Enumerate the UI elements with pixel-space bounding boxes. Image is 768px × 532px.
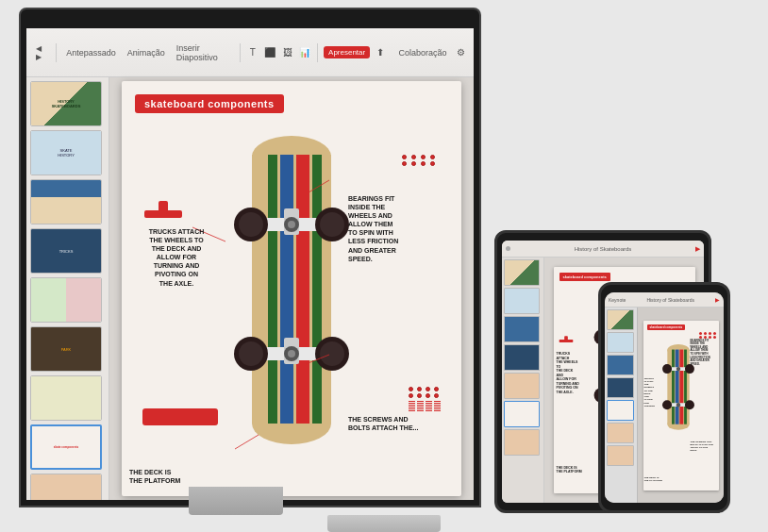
svg-rect-8 <box>312 155 322 424</box>
svg-rect-7 <box>296 155 309 424</box>
slide-1-preview: HISTORYSKATEBOARDS <box>31 82 101 125</box>
keynote-toolbar: ◀ ▶ Antepassado Animação Inserir Diaposi… <box>26 28 474 77</box>
svg-rect-5 <box>268 155 277 424</box>
bearing-dot-4 <box>430 155 435 159</box>
phone-thumb-6[interactable] <box>607 423 634 443</box>
present-btn[interactable]: Apresentar <box>324 46 370 58</box>
antepassado-btn[interactable]: Antepassado <box>62 46 120 59</box>
text-icon[interactable]: T <box>246 44 259 61</box>
colaboracao-btn[interactable]: Colaboração <box>395 46 451 59</box>
svg-point-22 <box>320 341 344 366</box>
slide-thumb-9[interactable] <box>30 474 102 500</box>
phone-label-deck: THE DECK ISTHE PLATFORM <box>644 476 663 483</box>
phone-toolbar: Keynote History of Skateboards ▶ <box>605 292 724 308</box>
toolbar-divider-2 <box>240 43 241 62</box>
slide-canvas: skateboard components <box>122 81 461 496</box>
bearing-dots <box>402 155 438 166</box>
monitor-screen: ◀ ▶ Antepassado Animação Inserir Diaposi… <box>26 28 474 500</box>
svg-rect-45 <box>564 336 568 341</box>
tablet-thumb-4[interactable] <box>504 344 540 371</box>
tablet-thumb-3[interactable] <box>504 316 540 342</box>
chart-icon[interactable]: 📊 <box>298 44 311 61</box>
phone-app-title: Keynote <box>609 297 626 303</box>
media-icon[interactable]: 🖼 <box>280 44 293 61</box>
phone-thumb-active[interactable] <box>607 400 634 421</box>
toolbar-divider-1 <box>56 43 57 62</box>
phone-slides-panel[interactable] <box>605 308 638 503</box>
main-slide-area[interactable]: skateboard components <box>109 77 474 500</box>
phone-thumb-4[interactable] <box>607 377 634 398</box>
slide-title-badge: skateboard components <box>135 94 284 113</box>
tablet-thumb-1[interactable] <box>504 259 540 286</box>
slide-thumb-1[interactable]: HISTORYSKATEBOARDS <box>30 81 102 126</box>
share-icon[interactable]: ⬆ <box>374 44 387 61</box>
monitor: ◀ ▶ Antepassado Animação Inserir Diaposi… <box>19 8 481 507</box>
screw-dot-8 <box>434 393 439 398</box>
svg-point-58 <box>662 400 672 409</box>
slides-panel[interactable]: HISTORYSKATEBOARDS SKATEHISTORY TRICKS <box>26 77 109 500</box>
slide-4-preview: TRICKS <box>31 229 101 273</box>
tablet-thumb-2[interactable] <box>504 288 540 314</box>
slide-thumb-5[interactable] <box>30 277 102 323</box>
mac-base <box>327 515 441 532</box>
tablet-slide-title: skateboard components <box>559 273 610 281</box>
screw-dot-5 <box>409 393 413 398</box>
bearing-dot-2 <box>411 155 416 159</box>
svg-point-54 <box>662 364 672 374</box>
animacao-btn[interactable]: Animação <box>124 46 169 59</box>
svg-rect-52 <box>684 349 687 424</box>
bearing-dot-7 <box>421 161 426 166</box>
format-icon[interactable]: ⚙ <box>455 44 468 61</box>
label-screws: THE SCREWS ANDBOLTS ATTACH THE... <box>348 415 452 432</box>
svg-point-12 <box>239 212 263 237</box>
svg-point-16 <box>288 221 295 228</box>
phone-thumb-1[interactable] <box>607 309 634 330</box>
mac-stand <box>189 487 283 515</box>
tablet-thumb-5[interactable] <box>504 373 540 399</box>
slide-thumb-2[interactable]: SKATEHISTORY <box>30 130 102 175</box>
toolbar-divider-3 <box>317 43 318 62</box>
slide-9-preview <box>31 474 101 500</box>
phone-thumb-7[interactable] <box>607 445 634 466</box>
tablet-toolbar: History of Skateboards ▶ <box>502 241 704 258</box>
deck-rect <box>142 408 218 425</box>
phone-label-trucks: TRUCKS ATTACHTHE WHEELSTO THE DECKAND AL… <box>644 377 659 408</box>
slide-thumb-8[interactable]: skate components <box>30 424 102 470</box>
phone-present-btn[interactable]: ▶ <box>715 296 720 303</box>
slide-thumb-6[interactable]: PARK <box>30 326 102 372</box>
screw-dot-4 <box>434 387 439 391</box>
tablet-present-btn[interactable]: ▶ <box>695 245 700 253</box>
screw-dot-3 <box>426 387 430 391</box>
slide-thumb-7[interactable] <box>30 375 102 421</box>
screw-dot-7 <box>426 393 430 398</box>
slide-thumb-4[interactable]: TRICKS <box>30 228 102 274</box>
keynote-content: HISTORYSKATEBOARDS SKATEHISTORY TRICKS <box>26 77 474 500</box>
slide-6-preview: PARK <box>31 327 101 371</box>
bearing-dot-8 <box>430 161 435 166</box>
screw-dots-container <box>409 387 441 411</box>
bearing-dot-1 <box>402 155 407 159</box>
tablet-thumb-active[interactable] <box>504 401 540 427</box>
tablet-label-trucks: TRUCKS ATTACHTHE WHEELS TOTHE DECK ANDAL… <box>557 352 580 394</box>
tablet-slides-panel[interactable] <box>502 258 544 503</box>
slide-5-preview <box>31 278 101 322</box>
label-deck: THE DECK ISTHE PLATFORM <box>129 468 224 485</box>
bearing-dot-6 <box>411 161 416 166</box>
phone-content: skateboard components <box>605 308 724 503</box>
phone-thumb-3[interactable] <box>607 355 634 375</box>
undo-btn[interactable]: ◀ ▶ <box>32 42 50 63</box>
tablet-thumb-7[interactable] <box>504 429 540 456</box>
svg-rect-51 <box>679 349 683 424</box>
phone-device: Keynote History of Skateboards ▶ skatebo… <box>598 282 730 513</box>
svg-point-20 <box>239 341 263 366</box>
shape-icon[interactable]: ⬛ <box>263 44 276 61</box>
svg-rect-49 <box>672 349 675 424</box>
phone-doc-title: History of Skateboards <box>626 297 715 303</box>
inserir-btn[interactable]: Inserir Diapositivo <box>173 42 234 64</box>
tablet-title: History of Skateboards <box>513 246 693 252</box>
svg-rect-50 <box>675 349 678 424</box>
svg-rect-6 <box>280 155 293 424</box>
phone-screen: Keynote History of Skateboards ▶ skatebo… <box>605 292 724 503</box>
slide-thumb-3[interactable] <box>30 179 102 224</box>
phone-thumb-2[interactable] <box>607 332 634 353</box>
